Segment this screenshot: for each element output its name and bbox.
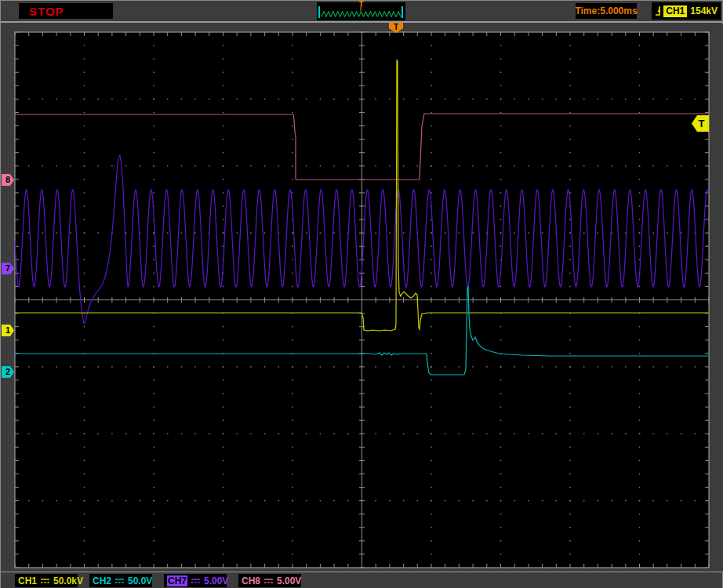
ch7-marker-label: 7 [5, 263, 10, 273]
trigger-readout: CH1 154kV [652, 2, 721, 20]
graticule-and-traces [1, 24, 723, 572]
preview-trigger-marker: T [317, 1, 405, 9]
dc-coupling-icon [263, 576, 274, 585]
ch1-marker-label: 1 [5, 325, 10, 335]
ch2-readout[interactable]: CH2 50.0V [89, 574, 152, 587]
trigger-level-readout: 154kV [690, 5, 718, 16]
ch2-scale: 50.0V [128, 575, 152, 586]
status-bar: STOP T Time:5.000ms CH1 154kV [1, 1, 722, 23]
ch8-scale: 5.00V [277, 575, 301, 586]
ch2-marker-label: 2 [5, 367, 10, 376]
trigger-level-marker-label: T [699, 118, 705, 129]
ch8-readout[interactable]: CH8 5.00V [238, 574, 301, 587]
timebase-label: Time:5.000ms [575, 5, 637, 16]
ch7-scale: 5.00V [204, 575, 228, 586]
dc-coupling-icon [40, 576, 50, 585]
dc-coupling-icon [114, 576, 125, 585]
dc-coupling-icon [191, 576, 201, 585]
ch1-scale: 50.0kV [53, 575, 83, 586]
display-area: 8 7 1 2 T T [1, 24, 723, 572]
oscilloscope-screen: STOP T Time:5.000ms CH1 154kV 8 7 1 2 T … [0, 0, 723, 588]
rising-edge-trigger-icon [655, 4, 660, 18]
ch7-readout[interactable]: CH7 5.00V [164, 574, 227, 587]
ch2-label: CH2 [93, 575, 111, 586]
ch1-label: CH1 [18, 575, 37, 586]
run-state-indicator: STOP [19, 3, 113, 19]
channel-bar: CH1 50.0kV CH2 50.0V CH7 5.00V CH8 [1, 572, 722, 588]
ch7-label: CH7 [167, 575, 187, 586]
run-state-label: STOP [29, 5, 64, 18]
ch1-readout[interactable]: CH1 50.0kV [15, 574, 78, 587]
timebase-readout: Time:5.000ms [576, 3, 637, 19]
ch8-label: CH8 [242, 575, 260, 586]
trigger-source-badge: CH1 [663, 5, 687, 17]
ch8-marker-label: 8 [5, 175, 10, 184]
waveform-preview[interactable]: T [317, 2, 405, 20]
trigger-time-marker-label: T [394, 23, 398, 31]
